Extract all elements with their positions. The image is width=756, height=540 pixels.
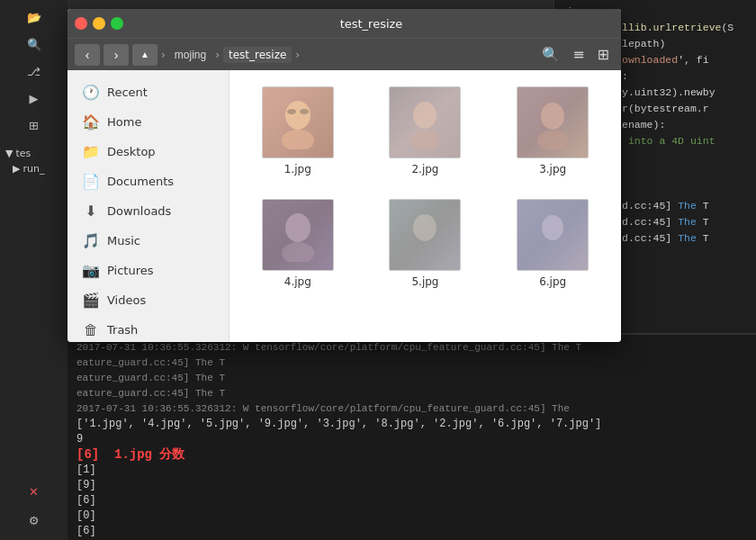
file-thumb-6 — [517, 199, 589, 271]
sidebar-item-pictures[interactable]: 📷 Pictures — [68, 256, 229, 285]
fm-titlebar: test_resize — [68, 9, 621, 38]
sidebar-item-music[interactable]: 🎵 Music — [68, 226, 229, 256]
file-item-3[interactable]: 3.jpg — [493, 79, 612, 183]
sidebar-item-home[interactable]: 🏠 Home — [68, 107, 229, 137]
thumb-svg-5 — [398, 208, 452, 262]
sidebar-label-documents: Documents — [107, 175, 174, 188]
file-item-1[interactable]: 1.jpg — [238, 79, 357, 183]
ide-folder-root[interactable]: ▼tes — [5, 146, 62, 161]
fm-path-sep1: › — [161, 49, 166, 61]
thumb-svg-2 — [398, 95, 452, 149]
file-item-2[interactable]: 2.jpg — [366, 79, 485, 183]
svg-point-0 — [285, 101, 310, 130]
fm-path-root[interactable]: mojing — [169, 47, 212, 63]
terminal-line-11: [6] — [76, 493, 747, 508]
terminal-line-4: eature_guard.cc:45] The T — [76, 386, 747, 401]
fm-grid-icon[interactable]: ⊞ — [593, 44, 614, 65]
fm-sidebar: 🕐 Recent 🏠 Home 📁 Desktop 📄 Documents ⬇ … — [68, 70, 230, 342]
svg-point-2 — [287, 109, 296, 114]
ide-icon-files[interactable]: 📂 — [0, 4, 68, 30]
file-name-3: 3.jpg — [539, 163, 566, 176]
sidebar-label-recent: Recent — [107, 86, 148, 99]
fm-toolbar: ‹ › ▲ › mojing › test_resize › 🔍 ≡ ⊞ — [68, 38, 621, 70]
file-name-4: 4.jpg — [284, 275, 311, 288]
terminal-line-1: 2017-07-31 10:36:55.326312: W tensorflow… — [76, 340, 747, 356]
svg-point-6 — [541, 103, 564, 130]
downloads-icon: ⬇ — [82, 202, 100, 220]
terminal-line-2: eature_guard.cc:45] The T — [76, 356, 747, 371]
ide-icon-debug[interactable]: ▶ — [0, 86, 68, 111]
fm-close-button[interactable] — [75, 17, 87, 30]
fm-path-current: test_resize — [223, 47, 292, 63]
svg-point-5 — [410, 130, 439, 149]
fm-files-grid: 1.jpg 2.jpg — [230, 70, 621, 342]
ide-icon-git[interactable]: ⎇ — [0, 58, 68, 84]
file-manager-window: test_resize ‹ › ▲ › mojing › test_resize… — [68, 9, 621, 342]
ide-icon-extensions[interactable]: ⊞ — [0, 112, 68, 138]
sidebar-label-desktop: Desktop — [107, 145, 156, 158]
file-item-5[interactable]: 5.jpg — [366, 192, 485, 295]
trash-icon: 🗑 — [82, 321, 100, 338]
file-name-6: 6.jpg — [539, 275, 566, 288]
ide-folder-tree: ▼tes ▶run_ — [0, 142, 68, 180]
fm-list-icon[interactable]: ≡ — [568, 44, 589, 65]
file-thumb-2 — [389, 86, 461, 158]
sidebar-item-trash[interactable]: 🗑 Trash — [68, 315, 229, 342]
thumb-svg-3 — [526, 95, 580, 149]
recent-icon: 🕐 — [82, 84, 100, 101]
fm-path-sep3: › — [295, 49, 300, 61]
file-item-6[interactable]: 6.jpg — [493, 192, 612, 295]
fm-back-button[interactable]: ‹ — [75, 44, 100, 66]
fm-title: test_resize — [129, 17, 614, 31]
svg-point-10 — [413, 214, 436, 241]
terminal-line-12: [0] — [76, 508, 747, 524]
file-thumb-1 — [262, 86, 334, 158]
sidebar-label-pictures: Pictures — [107, 264, 153, 277]
terminal-line-10: [9] — [76, 478, 747, 493]
ide-icon-settings[interactable]: ✕ — [29, 479, 40, 504]
fm-toolbar-right: 🔍 ≡ ⊞ — [537, 44, 614, 65]
file-thumb-4 — [262, 199, 334, 271]
sidebar-item-downloads[interactable]: ⬇ Downloads — [68, 196, 229, 226]
music-icon: 🎵 — [82, 232, 100, 249]
terminal-line-3: eature_guard.cc:45] The T — [76, 371, 747, 386]
documents-icon: 📄 — [82, 173, 100, 190]
sidebar-item-recent[interactable]: 🕐 Recent — [68, 77, 229, 107]
file-name-5: 5.jpg — [411, 275, 438, 288]
fm-maximize-button[interactable] — [111, 17, 123, 30]
ide-run-file[interactable]: ▶run_ — [5, 161, 62, 176]
sidebar-label-trash: Trash — [107, 323, 138, 337]
sidebar-label-home: Home — [107, 115, 141, 129]
sidebar-item-documents[interactable]: 📄 Documents — [68, 166, 229, 196]
thumb-svg-6 — [526, 208, 580, 262]
sidebar-label-downloads: Downloads — [107, 204, 171, 218]
file-thumb-3 — [517, 86, 589, 158]
svg-point-3 — [300, 109, 309, 114]
fm-minimize-button[interactable] — [93, 17, 105, 30]
file-item-4[interactable]: 4.jpg — [238, 192, 357, 295]
terminal-line-13: [6] — [76, 524, 747, 539]
file-thumb-5 — [389, 199, 461, 271]
videos-icon: 🎬 — [82, 292, 100, 309]
ide-icon-account[interactable]: ⚙ — [29, 508, 40, 533]
svg-point-4 — [413, 102, 436, 129]
thumb-svg-4 — [271, 208, 325, 262]
fm-forward-button[interactable]: › — [104, 44, 129, 66]
fm-path-sep2: › — [215, 49, 220, 61]
fm-up-button[interactable]: ▲ — [132, 44, 158, 66]
terminal-panel: 2017-07-31 10:36:55.326312: W tensorflow… — [68, 333, 756, 540]
file-name-2: 2.jpg — [411, 163, 438, 176]
svg-point-11 — [542, 215, 563, 240]
desktop-icon: 📁 — [82, 143, 100, 160]
home-icon: 🏠 — [82, 113, 100, 130]
sidebar-label-music: Music — [107, 234, 140, 248]
thumb-svg-1 — [271, 95, 325, 149]
fm-search-icon[interactable]: 🔍 — [537, 44, 564, 65]
svg-point-1 — [282, 130, 314, 149]
sidebar-item-videos[interactable]: 🎬 Videos — [68, 285, 229, 315]
sidebar-item-desktop[interactable]: 📁 Desktop — [68, 137, 229, 166]
svg-point-8 — [285, 213, 310, 242]
terminal-line-7: 9 — [76, 432, 747, 447]
ide-icon-search[interactable]: 🔍 — [0, 32, 68, 57]
terminal-line-6: ['1.jpg', '4.jpg', '5.jpg', '9.jpg', '3.… — [76, 417, 747, 432]
